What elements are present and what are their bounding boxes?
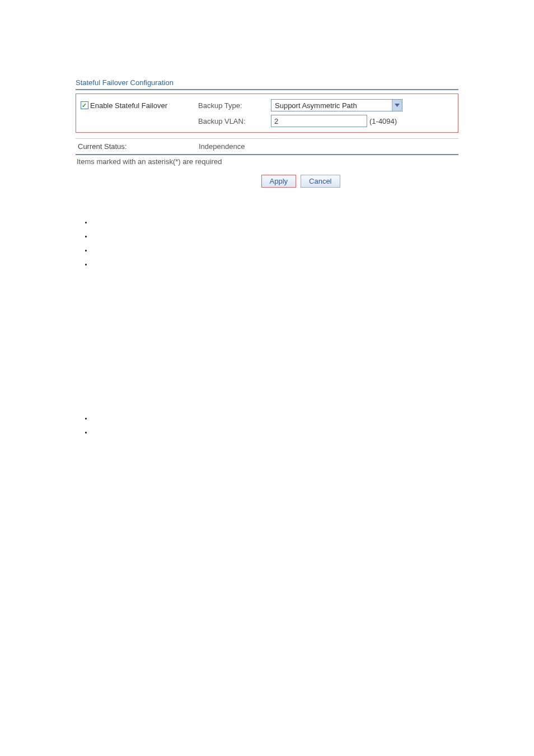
bullet-item	[92, 216, 458, 230]
enable-stateful-failover-checkbox[interactable]: ✓	[81, 101, 88, 109]
button-row: Apply Cancel	[76, 175, 458, 188]
bullet-item	[92, 244, 458, 258]
backup-type-select[interactable]: Support Asymmetric Path	[271, 99, 402, 111]
chevron-down-icon	[392, 100, 402, 111]
section-title: Stateful Failover Configuration	[76, 78, 458, 90]
bullet-list-1	[92, 216, 458, 272]
backup-vlan-label: Backup VLAN:	[198, 117, 271, 125]
bullet-item	[92, 412, 458, 426]
config-box: ✓ Enable Stateful Failover Backup Type: …	[76, 94, 458, 133]
bullet-list-2	[92, 412, 458, 440]
enable-stateful-failover-label: Enable Stateful Failover	[90, 101, 167, 110]
status-bar: Current Status: Independence	[76, 138, 458, 155]
bullet-item	[92, 258, 458, 272]
apply-button[interactable]: Apply	[261, 175, 297, 188]
current-status-value: Independence	[199, 142, 245, 151]
bullet-item	[92, 426, 458, 440]
required-note: Items marked with an asterisk(*) are req…	[76, 155, 458, 166]
backup-vlan-input[interactable]	[271, 115, 367, 127]
backup-vlan-range: (1-4094)	[369, 117, 397, 125]
backup-type-value: Support Asymmetric Path	[271, 100, 392, 111]
config-row-enable: ✓ Enable Stateful Failover Backup Type: …	[81, 97, 453, 113]
checkmark-icon: ✓	[82, 102, 87, 108]
config-row-vlan: Backup VLAN: (1-4094)	[81, 113, 453, 129]
current-status-label: Current Status:	[78, 142, 199, 151]
bullet-item	[92, 230, 458, 244]
cancel-button[interactable]: Cancel	[301, 175, 340, 188]
backup-type-label: Backup Type:	[198, 101, 271, 110]
